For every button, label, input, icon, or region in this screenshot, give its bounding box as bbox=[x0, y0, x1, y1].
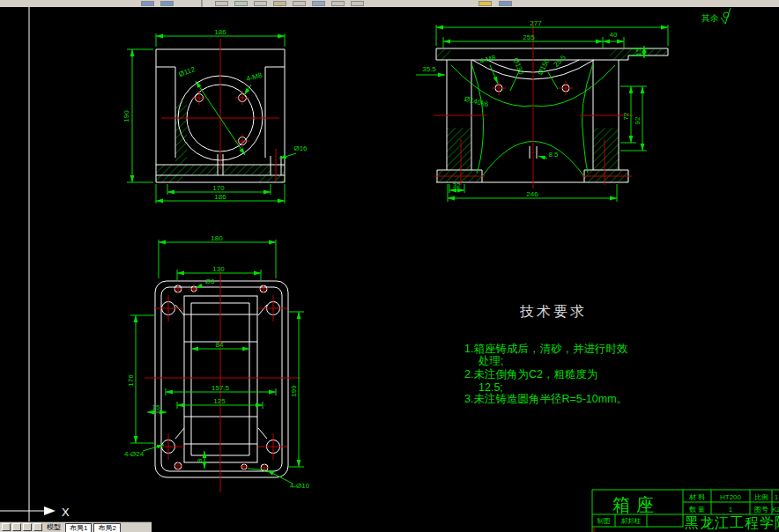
dim-front-width-top: 186 bbox=[214, 28, 226, 36]
label-top-corner-holes: 4-Ø24 bbox=[124, 450, 145, 458]
scale-value: 1 bbox=[775, 493, 779, 501]
dim-top-rib: 8 bbox=[196, 458, 204, 462]
ucs-x-label: X bbox=[62, 506, 70, 519]
dim-top-height-right: 199 bbox=[290, 385, 298, 397]
label-front-bolts: 4-M8 bbox=[245, 71, 263, 84]
dim-section-base-width: 246 bbox=[526, 190, 538, 198]
tech-requirements: 技术要求 1.箱座铸成后，清砂，并进行时效 处理; 2.未注倒角为C2，粗糙度为… bbox=[464, 304, 628, 405]
toolbar-separator bbox=[201, 0, 203, 7]
dim-section-flange-width: 255 bbox=[523, 33, 535, 41]
toolbar-icon[interactable] bbox=[254, 1, 267, 6]
tech-req-line3: 2.未注倒角为C2，粗糙度为 bbox=[464, 368, 597, 381]
toolbar-icon[interactable] bbox=[160, 1, 174, 6]
dim-top-span1: 157.5 bbox=[211, 384, 230, 392]
label-top-bottom-holes: 4-Ø10 bbox=[290, 482, 310, 490]
toolbar-icon[interactable] bbox=[141, 1, 154, 6]
toolbar-icon[interactable] bbox=[312, 1, 325, 6]
label-front-hole: Ø16 bbox=[293, 144, 308, 152]
tech-req-line4: 12.5; bbox=[479, 381, 503, 394]
toolbar-icon[interactable] bbox=[215, 1, 228, 6]
quantity-label: 数 量 bbox=[689, 506, 705, 514]
drafter-label: 制图 bbox=[597, 517, 611, 525]
dim-section-right-tab: 40 bbox=[610, 31, 618, 39]
dim-front-width-bottom: 186 bbox=[214, 193, 226, 201]
tab-layout1[interactable]: 布局1 bbox=[65, 523, 92, 532]
dim-top-cavity: 84 bbox=[216, 341, 224, 349]
tab-nav-first-button[interactable] bbox=[2, 523, 11, 531]
tab-nav-prev-button[interactable] bbox=[12, 523, 21, 531]
material-label: 材 料 bbox=[688, 493, 705, 501]
dim-top-edge: 15 bbox=[152, 403, 160, 411]
title-block: 箱座 材 料 HT200 比例 1 数 量 1 图号 KZ 制图 郝邦柱 黑龙江… bbox=[592, 490, 779, 532]
drawing-no-label: 图号 bbox=[754, 506, 768, 514]
ucs-icon: X bbox=[0, 506, 70, 519]
dim-section-slot: 8.5 bbox=[548, 151, 559, 159]
label-section-arc: Ø140k6 bbox=[464, 95, 490, 109]
label-top-small-hole: Ø6 bbox=[205, 277, 215, 285]
toolbar-icon[interactable] bbox=[234, 1, 248, 6]
dim-section-outer-height: 92 bbox=[634, 116, 642, 124]
tech-req-line1: 1.箱座铸成后，清砂，并进行时效 bbox=[464, 343, 628, 355]
tab-nav-last-button[interactable] bbox=[33, 523, 42, 531]
tech-req-title: 技术要求 bbox=[519, 304, 587, 319]
cad-canvas: 186 190 170 186 Ø112 4-M8 Ø16 bbox=[0, 7, 779, 532]
label-front-bore: Ø112 bbox=[178, 65, 197, 78]
quantity-value: 1 bbox=[729, 506, 733, 514]
dim-section-total-width: 277 bbox=[530, 19, 542, 27]
dim-section-left-offset: 35.5 bbox=[422, 65, 436, 73]
top-view-outline bbox=[155, 281, 288, 477]
dim-section-foot: 32 bbox=[453, 181, 461, 189]
roughness-cast-icon bbox=[721, 8, 731, 24]
dim-front-height: 190 bbox=[122, 110, 130, 122]
dim-top-width: 180 bbox=[211, 234, 223, 242]
toolbar-icon[interactable] bbox=[351, 1, 364, 6]
dim-front-width-bottom-inner: 170 bbox=[212, 184, 225, 192]
organization-name: 黑龙江工程学院 bbox=[685, 514, 779, 530]
tab-model[interactable]: 模型 bbox=[44, 523, 63, 532]
dim-section-inner-height: 72 bbox=[622, 112, 630, 120]
toolbar-icon[interactable] bbox=[331, 1, 345, 6]
toolbar-icon[interactable] bbox=[499, 1, 512, 6]
top-view-centerlines bbox=[145, 271, 300, 492]
dim-top-bolt-span: 130 bbox=[212, 265, 225, 273]
toolbar-icon[interactable] bbox=[293, 1, 306, 6]
tech-req-line5: 3.未注铸造圆角半径R=5-10mm。 bbox=[464, 393, 627, 405]
drawing-no-value: KZ bbox=[772, 506, 779, 514]
tab-nav-next-button[interactable] bbox=[23, 523, 32, 531]
part-name: 箱座 bbox=[612, 495, 660, 514]
tech-req-line2: 处理; bbox=[478, 355, 503, 367]
material-value: HT200 bbox=[720, 493, 742, 501]
top-toolbar bbox=[0, 0, 779, 7]
tab-layout2[interactable]: 布局2 bbox=[93, 523, 120, 532]
toolbar-icon[interactable] bbox=[479, 1, 492, 6]
top-view: 180 130 Ø6 176 199 84 157.5 125 15 8 4-Ø… bbox=[124, 234, 310, 492]
dim-top-span2: 125 bbox=[213, 397, 226, 405]
dim-section-tab-height: 15 bbox=[634, 48, 642, 55]
front-view: 186 190 170 186 Ø112 4-M8 Ø16 bbox=[122, 28, 308, 203]
toolbar-icon[interactable] bbox=[273, 1, 286, 6]
layout-tab-bar: 模型 布局1 布局2 bbox=[0, 521, 152, 532]
surface-note-label: 其余 bbox=[701, 13, 719, 23]
surface-note: 其余 bbox=[701, 8, 731, 24]
drafter-name: 郝邦柱 bbox=[620, 517, 642, 525]
dim-top-height-left: 176 bbox=[127, 374, 135, 387]
section-view: 277 255 40 15 35.5 72 92 246 32 8.5 4-M8… bbox=[416, 19, 668, 202]
scale-label: 比例 bbox=[754, 493, 768, 501]
